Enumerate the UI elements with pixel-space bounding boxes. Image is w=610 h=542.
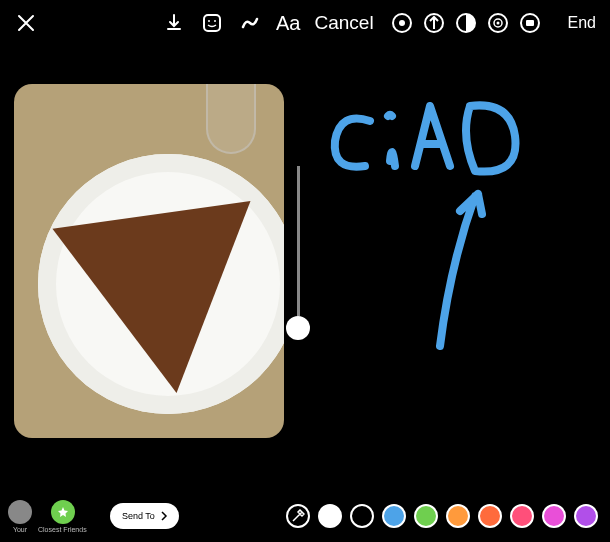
color-swatch-green[interactable]	[414, 504, 438, 528]
color-swatch-orange[interactable]	[446, 504, 470, 528]
color-swatch-white[interactable]	[318, 504, 342, 528]
color-swatch-black[interactable]	[350, 504, 374, 528]
color-swatch-magenta[interactable]	[542, 504, 566, 528]
pen-glow-icon[interactable]	[486, 11, 510, 35]
send-to-button[interactable]: Send To	[110, 503, 179, 529]
end-button[interactable]: End	[568, 14, 596, 32]
handwriting-ciao	[310, 66, 590, 416]
cancel-button[interactable]: Cancel	[314, 12, 373, 34]
story-canvas[interactable]	[0, 46, 610, 490]
close-icon[interactable]	[14, 11, 38, 35]
pen-outline-icon[interactable]	[390, 11, 414, 35]
brush-size-track[interactable]	[297, 166, 300, 316]
chevron-right-icon	[159, 511, 169, 521]
svg-rect-11	[526, 20, 534, 26]
color-palette	[286, 504, 598, 528]
color-swatch-purple[interactable]	[574, 504, 598, 528]
tool-icons-group: Aa Cancel	[162, 11, 374, 35]
brush-size-handle[interactable]	[286, 316, 310, 340]
eyedropper-icon[interactable]	[286, 504, 310, 528]
your-story-option[interactable]: Your	[8, 500, 32, 533]
download-icon[interactable]	[162, 11, 186, 35]
pen-fill-up-icon[interactable]	[422, 11, 446, 35]
sticker-icon[interactable]	[200, 11, 224, 35]
photo-sticker[interactable]	[14, 84, 284, 438]
send-to-label: Send To	[122, 511, 155, 521]
close-friends-option[interactable]: Closest Friends Story	[38, 500, 88, 533]
svg-point-4	[399, 20, 405, 26]
pen-half-icon[interactable]	[454, 11, 478, 35]
pen-eraser-icon[interactable]	[518, 11, 542, 35]
svg-point-9	[496, 22, 499, 25]
draw-icon[interactable]	[238, 11, 262, 35]
color-swatch-pink[interactable]	[510, 504, 534, 528]
color-swatch-darkorange[interactable]	[478, 504, 502, 528]
svg-rect-0	[204, 15, 220, 31]
top-toolbar: Aa Cancel End	[0, 0, 610, 46]
text-tool-button[interactable]: Aa	[276, 12, 300, 35]
svg-point-2	[214, 20, 216, 22]
bottom-toolbar: Your Closest Friends Story Send To	[0, 490, 610, 542]
svg-point-1	[208, 20, 210, 22]
color-swatch-blue[interactable]	[382, 504, 406, 528]
pen-style-group	[390, 11, 542, 35]
